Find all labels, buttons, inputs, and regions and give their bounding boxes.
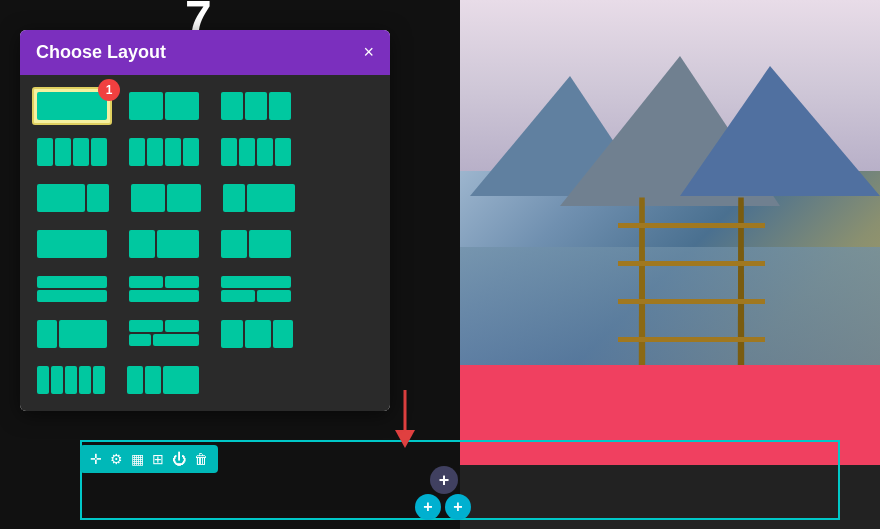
dock: [586, 190, 796, 380]
layout-blocks: [37, 138, 107, 166]
block: [37, 366, 49, 394]
block: [221, 92, 243, 120]
layout-option-4col[interactable]: [32, 133, 112, 171]
mountain-3: [680, 66, 880, 196]
trash-icon[interactable]: 🗑: [194, 451, 208, 467]
layout-option-wide-narrow[interactable]: [32, 179, 114, 217]
modal-close-button[interactable]: ×: [363, 42, 374, 63]
add-section-button[interactable]: +: [430, 466, 458, 494]
plus-icon[interactable]: ✛: [90, 451, 102, 467]
block: [221, 290, 255, 302]
layout-grid: 1: [32, 87, 378, 399]
layout-option-r5-2[interactable]: [124, 271, 204, 307]
layout-option-1-full[interactable]: [32, 225, 112, 263]
block: [223, 184, 245, 212]
block: [165, 92, 199, 120]
block: [269, 92, 291, 120]
layout-blocks: [37, 276, 107, 302]
block: [145, 366, 161, 394]
block: [221, 320, 243, 348]
block: [37, 320, 57, 348]
layout-option-2wide-narrow[interactable]: [216, 225, 296, 263]
grid-icon[interactable]: ⊞: [152, 451, 164, 467]
layout-blocks: [131, 184, 201, 212]
svg-marker-1: [395, 430, 415, 448]
block: [37, 138, 53, 166]
block: [239, 138, 255, 166]
modal-title: Choose Layout: [36, 42, 166, 63]
layout-blocks: [127, 366, 199, 394]
dock-plank: [618, 337, 765, 342]
layout-blocks: [37, 320, 107, 348]
layout-blocks: [221, 276, 291, 302]
block: [87, 184, 109, 212]
block: [129, 230, 155, 258]
block: [37, 184, 85, 212]
layout-option-r7-1[interactable]: [32, 361, 110, 399]
layout-blocks: [223, 184, 295, 212]
block: [249, 230, 291, 258]
block: [183, 138, 199, 166]
block: [131, 184, 165, 212]
dock-plank: [618, 299, 765, 304]
block: [165, 276, 199, 288]
choose-layout-modal: Choose Layout × 1: [20, 30, 390, 411]
block: [51, 366, 63, 394]
inner-row: [129, 320, 199, 332]
block: [167, 184, 201, 212]
layout-option-3wide[interactable]: [124, 225, 204, 263]
columns-icon[interactable]: ▦: [131, 451, 144, 467]
block: [93, 366, 105, 394]
inner-row: [129, 334, 199, 346]
layout-option-r7-2[interactable]: [122, 361, 204, 399]
block: [163, 366, 199, 394]
block: [129, 334, 151, 346]
layout-row-7: [32, 361, 378, 399]
add-left-button[interactable]: +: [415, 494, 441, 520]
block: [257, 290, 291, 302]
layout-blocks: [37, 230, 107, 258]
layout-blocks: [129, 320, 199, 346]
layout-option-narrow-wide[interactable]: [218, 179, 300, 217]
power-icon[interactable]: ⏻: [172, 451, 186, 467]
layout-option-r6-2[interactable]: [124, 315, 204, 353]
layout-blocks: [221, 230, 291, 258]
col: [221, 276, 291, 302]
layout-blocks: [129, 230, 199, 258]
layout-option-4col-v2[interactable]: [124, 133, 204, 171]
block: [165, 138, 181, 166]
block: [221, 230, 247, 258]
layout-option-3col[interactable]: [216, 87, 296, 125]
block: [37, 230, 107, 258]
arrow-down-icon: [390, 390, 420, 454]
block: [37, 276, 107, 288]
selected-badge: 1: [98, 79, 120, 101]
block: [79, 366, 91, 394]
col: [129, 276, 199, 302]
modal-header: Choose Layout ×: [20, 30, 390, 75]
block: [147, 138, 163, 166]
layout-option-r6-1[interactable]: [32, 315, 112, 353]
block: [165, 320, 199, 332]
layout-option-r6-3[interactable]: [216, 315, 298, 353]
col: [37, 276, 107, 302]
add-right-button[interactable]: +: [445, 494, 471, 520]
modal-body: 1: [20, 75, 390, 411]
block: [65, 366, 77, 394]
gear-icon[interactable]: ⚙: [110, 451, 123, 467]
block: [129, 138, 145, 166]
layout-row-4: [32, 225, 378, 263]
block: [55, 138, 71, 166]
block: [221, 138, 237, 166]
layout-row-6: [32, 315, 378, 353]
layout-row-3: [32, 179, 378, 217]
layout-option-r5-3[interactable]: [216, 271, 296, 307]
layout-option-r5-1[interactable]: [32, 271, 112, 307]
layout-row-1: 1: [32, 87, 378, 125]
block: [73, 138, 89, 166]
layout-blocks: [129, 276, 199, 302]
layout-option-4col-v3[interactable]: [216, 133, 296, 171]
layout-option-2col[interactable]: [124, 87, 204, 125]
layout-option-equal-2[interactable]: [126, 179, 206, 217]
block: [157, 230, 199, 258]
